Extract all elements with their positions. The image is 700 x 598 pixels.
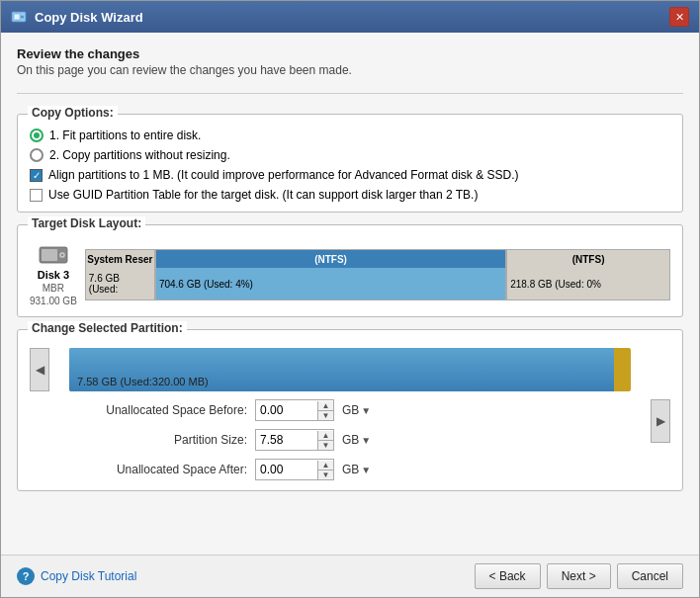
main-window: Copy Disk Wizard ✕ Review the changes On…	[0, 0, 700, 598]
tutorial-link[interactable]: Copy Disk Tutorial	[41, 569, 136, 583]
unit-dropdown-1[interactable]: ▼	[361, 405, 371, 416]
radio-option1[interactable]	[30, 128, 44, 142]
option4-label: Use GUID Partition Table for the target …	[48, 188, 478, 202]
page-title: Review the changes	[17, 46, 683, 61]
partition-size-up[interactable]: ▲	[318, 431, 333, 441]
change-partition-label: Change Selected Partition:	[28, 321, 187, 335]
option-row-1[interactable]: 1. Fit partitions to entire disk.	[30, 128, 670, 142]
partition-size-ctrl-label: Partition Size:	[69, 433, 247, 447]
title-bar: Copy Disk Wizard ✕	[1, 1, 699, 33]
unallocated-before-row: Unallocated Space Before: 0.00 ▲ ▼ GB ▼	[69, 399, 631, 421]
unallocated-after-label: Unallocated Space After:	[69, 463, 247, 476]
unallocated-before-label: Unallocated Space Before:	[69, 403, 247, 417]
unallocated-before-up[interactable]: ▲	[318, 401, 333, 411]
partition-size-down[interactable]: ▼	[318, 441, 333, 450]
partition-1-body: 7.6 GB (Used:	[86, 268, 154, 299]
option1-label: 1. Fit partitions to entire disk.	[49, 128, 201, 142]
partition-size-input[interactable]: 7.58 ▲ ▼	[255, 429, 334, 451]
copy-options-section: Copy Options: 1. Fit partitions to entir…	[17, 114, 683, 213]
partition-size-value[interactable]: 7.58	[256, 433, 317, 447]
unit-dropdown-2[interactable]: ▼	[361, 435, 371, 446]
partition-size-label: 7.58 GB (Used:320.00 MB)	[77, 376, 209, 387]
disk-layout-section: Target Disk Layout: Disk 3 MBR 931.00 GB	[17, 224, 683, 317]
header-divider	[17, 93, 683, 94]
title-text: Copy Disk Wizard	[35, 10, 143, 25]
footer: ? Copy Disk Tutorial < Back Next > Cance…	[1, 555, 699, 597]
checkbox-option3[interactable]: ✓	[30, 169, 43, 182]
main-content: Review the changes On this page you can …	[1, 33, 699, 555]
right-arrow-button[interactable]: ▶	[651, 399, 670, 443]
option-row-2[interactable]: 2. Copy partitions without resizing.	[30, 148, 670, 162]
back-button[interactable]: < Back	[475, 563, 541, 589]
header-section: Review the changes On this page you can …	[17, 46, 683, 77]
option-row-4[interactable]: Use GUID Partition Table for the target …	[30, 188, 670, 202]
next-button[interactable]: Next >	[547, 563, 611, 589]
svg-point-2	[21, 16, 24, 19]
unit-label-1: GB	[342, 403, 359, 417]
unallocated-after-down[interactable]: ▼	[318, 470, 333, 479]
unallocated-after-row: Unallocated Space After: 0.00 ▲ ▼ GB ▼	[69, 459, 631, 480]
radio-inner	[34, 132, 40, 138]
unit-label-3: GB	[342, 463, 359, 476]
partitions-container: System Reser 7.6 GB (Used: (NTFS) 704.6 …	[85, 249, 670, 300]
disk-size: 931.00 GB	[30, 296, 77, 306]
partition-bar-wrapper: ◀ 7.58 GB (Used:320.00 MB) ▶	[30, 348, 670, 391]
unallocated-after-up[interactable]: ▲	[318, 461, 333, 470]
partition-2-header: (NTFS)	[156, 250, 505, 268]
disk-layout-label: Target Disk Layout:	[28, 216, 145, 230]
partition-size-row: Partition Size: 7.58 ▲ ▼ GB ▼	[69, 429, 631, 451]
unallocated-before-input[interactable]: 0.00 ▲ ▼	[255, 399, 334, 421]
help-icon[interactable]: ?	[17, 567, 35, 585]
title-bar-left: Copy Disk Wizard	[11, 9, 143, 25]
unallocated-before-down[interactable]: ▼	[318, 411, 333, 420]
partition-2-body: 704.6 GB (Used: 4%)	[156, 268, 505, 299]
unallocated-before-unit[interactable]: GB ▼	[342, 403, 371, 417]
partition-2: (NTFS) 704.6 GB (Used: 4%)	[155, 249, 506, 300]
cancel-button[interactable]: Cancel	[617, 563, 683, 589]
svg-rect-1	[14, 14, 20, 20]
copy-options-label: Copy Options:	[28, 106, 118, 120]
copy-options-list: 1. Fit partitions to entire disk. 2. Cop…	[30, 125, 670, 202]
svg-rect-4	[42, 249, 57, 261]
page-subtitle: On this page you can review the changes …	[17, 63, 683, 77]
unallocated-after-value[interactable]: 0.00	[256, 463, 317, 476]
partition-1: System Reser 7.6 GB (Used:	[85, 249, 155, 300]
partition-1-header: System Reser	[86, 250, 154, 268]
disk-name: Disk 3	[38, 269, 69, 281]
checkbox-option4[interactable]	[30, 189, 43, 202]
unit-dropdown-3[interactable]: ▼	[361, 465, 371, 475]
option2-label: 2. Copy partitions without resizing.	[49, 148, 230, 162]
radio-option2[interactable]	[30, 148, 44, 162]
partition-controls: Unallocated Space Before: 0.00 ▲ ▼ GB ▼	[30, 399, 670, 480]
partition-size-spinners: ▲ ▼	[317, 431, 333, 450]
unallocated-before-spinners: ▲ ▼	[317, 401, 333, 420]
footer-left: ? Copy Disk Tutorial	[17, 567, 136, 585]
change-partition-section: Change Selected Partition: ◀ 7.58 GB (Us…	[17, 329, 683, 491]
unallocated-before-value[interactable]: 0.00	[256, 403, 317, 417]
partition-3-header: (NTFS)	[507, 250, 669, 268]
partition-3: (NTFS) 218.8 GB (Used: 0%	[506, 249, 670, 300]
option3-label: Align partitions to 1 MB. (It could impr…	[48, 168, 519, 182]
partition-visual: 7.58 GB (Used:320.00 MB)	[69, 348, 631, 391]
option-row-3[interactable]: ✓ Align partitions to 1 MB. (It could im…	[30, 168, 670, 182]
close-button[interactable]: ✕	[669, 7, 689, 27]
unallocated-after-input[interactable]: 0.00 ▲ ▼	[255, 459, 334, 480]
unallocated-after-unit[interactable]: GB ▼	[342, 463, 371, 476]
drive-icon	[38, 243, 69, 267]
disk-layout-container: Disk 3 MBR 931.00 GB System Reser 7.6 GB…	[30, 235, 670, 306]
left-arrow-button[interactable]: ◀	[30, 348, 49, 391]
unallocated-after-spinners: ▲ ▼	[317, 461, 333, 479]
unit-label-2: GB	[342, 433, 359, 447]
partition-size-unit[interactable]: GB ▼	[342, 433, 371, 447]
disk-icon	[11, 9, 27, 25]
svg-point-6	[61, 254, 63, 256]
footer-buttons: < Back Next > Cancel	[475, 563, 683, 589]
disk-info: Disk 3 MBR 931.00 GB	[30, 243, 77, 306]
disk-type: MBR	[43, 283, 64, 294]
partition-3-body: 218.8 GB (Used: 0%	[507, 268, 669, 299]
